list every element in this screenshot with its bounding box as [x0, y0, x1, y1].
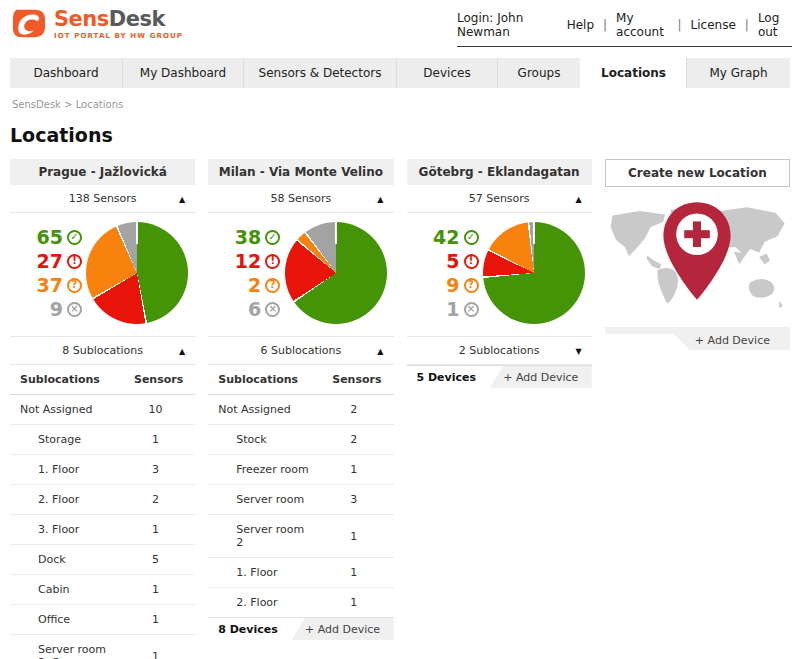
- sublocations-toggle[interactable]: 6 Sublocations▲: [208, 336, 393, 365]
- sublocation-name: Stock: [208, 425, 322, 455]
- tab-groups[interactable]: Groups: [497, 58, 580, 88]
- header-link-log-out[interactable]: Log out: [758, 11, 792, 39]
- status-stat-invalid: 6×: [214, 300, 280, 319]
- sublocation-row[interactable]: Office1: [10, 605, 195, 635]
- location-card-g-tebrg-eklandagatan: Götebrg - Eklandagatan57 Sensors▲42✓5!9?…: [407, 159, 592, 388]
- sublocation-row[interactable]: Storage1: [10, 425, 195, 455]
- create-card-footer: + Add Device: [605, 327, 790, 350]
- sublocation-row[interactable]: Freezer room1: [208, 455, 393, 485]
- tab-dashboard[interactable]: Dashboard: [10, 58, 122, 88]
- sublocation-row[interactable]: 2. Floor2: [10, 485, 195, 515]
- create-new-location-button[interactable]: Create new Location: [605, 159, 790, 187]
- sensors-toggle[interactable]: 57 Sensors▲: [407, 185, 592, 213]
- status-stat-alarm: 27!: [16, 252, 82, 271]
- sublocations-table: SublocationsSensorsNot Assigned2Stock2Fr…: [208, 365, 393, 617]
- devices-footer: 8 Devices+ Add Device: [208, 617, 393, 640]
- status-count: 27: [37, 252, 63, 271]
- status-stat-alarm: 5!: [413, 252, 479, 271]
- sublocation-row[interactable]: 1. Floor1: [208, 558, 393, 588]
- sensor-status-chart: 42✓5!9?1×: [407, 213, 592, 336]
- status-count: 65: [37, 228, 63, 247]
- sublocation-row[interactable]: Not Assigned10: [10, 395, 195, 425]
- sublocation-row[interactable]: Server room3: [208, 485, 393, 515]
- sublocation-row[interactable]: Stock2: [208, 425, 393, 455]
- sublocation-sensor-count: 1: [322, 558, 393, 588]
- tab-locations[interactable]: Locations: [580, 58, 686, 88]
- check-circle-icon: ✓: [67, 230, 82, 245]
- status-count: 9: [50, 300, 63, 319]
- tab-devices[interactable]: Devices: [396, 58, 497, 88]
- sublocations-count-label: 6 Sublocations: [260, 344, 341, 357]
- sublocations-table: SublocationsSensorsNot Assigned10Storage…: [10, 365, 195, 659]
- tab-sensors-detectors[interactable]: Sensors & Detectors: [243, 58, 396, 88]
- location-title[interactable]: Prague - Jažlovická: [10, 159, 195, 185]
- sublocation-sensor-count: 1: [322, 588, 393, 618]
- status-count: 38: [235, 228, 261, 247]
- sensors-toggle[interactable]: 138 Sensors▲: [10, 185, 195, 213]
- sensdesk-logo[interactable]: SensDesk IOT PORTAL BY HW GROUP: [10, 7, 183, 41]
- status-stat-invalid: 9×: [16, 300, 82, 319]
- location-title[interactable]: Götebrg - Eklandagatan: [407, 159, 592, 185]
- breadcrumb-current: Locations: [76, 99, 124, 110]
- header-links: Help|My account|License|Log out: [567, 11, 792, 39]
- collapse-icon[interactable]: ▲: [576, 194, 582, 203]
- link-separator: |: [678, 18, 682, 32]
- question-circle-icon: ?: [67, 278, 82, 293]
- devices-count-label: 8 Devices: [218, 618, 278, 640]
- status-stats: 65✓27!37?9×: [16, 228, 82, 319]
- sublocation-row[interactable]: Cabin1: [10, 575, 195, 605]
- sensdesk-logo-icon: [10, 7, 48, 41]
- collapse-icon[interactable]: ▲: [179, 194, 185, 203]
- sublocations-toggle[interactable]: 2 Sublocations▼: [407, 336, 592, 365]
- add-device-button[interactable]: + Add Device: [292, 618, 394, 640]
- brand-name: SensDesk: [54, 9, 183, 30]
- expand-icon[interactable]: ▼: [576, 346, 582, 355]
- collapse-icon[interactable]: ▲: [377, 346, 383, 355]
- add-device-button[interactable]: + Add Device: [490, 366, 592, 388]
- sublocation-name: 3. Floor: [10, 515, 124, 545]
- status-count: 9: [446, 276, 459, 295]
- header-link-my-account[interactable]: My account: [616, 11, 668, 39]
- header-link-license[interactable]: License: [691, 18, 736, 32]
- sublocation-name: 2. Floor: [10, 485, 124, 515]
- header-right: Login: John Newman Help|My account|Licen…: [457, 11, 792, 47]
- app-header: SensDesk IOT PORTAL BY HW GROUP Login: J…: [0, 0, 800, 47]
- status-count: 37: [37, 276, 63, 295]
- sublocation-row[interactable]: 1. Floor3: [10, 455, 195, 485]
- sublocation-sensor-count: 1: [124, 635, 195, 659]
- sublocation-name: 2. Floor: [208, 588, 322, 618]
- exclamation-circle-icon: !: [67, 254, 82, 269]
- collapse-icon[interactable]: ▲: [179, 346, 185, 355]
- world-map[interactable]: [605, 187, 790, 323]
- sublocation-name: Dock: [10, 545, 124, 575]
- add-device-button[interactable]: + Add Device: [695, 334, 770, 347]
- sensors-count-label: 58 Sensors: [270, 192, 331, 205]
- sublocation-sensor-count: 2: [322, 395, 393, 425]
- header-link-help[interactable]: Help: [567, 18, 594, 32]
- sublocation-sensor-count: 1: [124, 575, 195, 605]
- sublocation-name: Server room: [208, 485, 322, 515]
- sublocation-row[interactable]: Server room 21: [208, 515, 393, 558]
- status-count: 2: [248, 276, 261, 295]
- page-title: Locations: [0, 124, 800, 146]
- status-stat-warning: 2?: [214, 276, 280, 295]
- collapse-icon[interactable]: ▲: [377, 194, 383, 203]
- exclamation-circle-icon: !: [265, 254, 280, 269]
- breadcrumb-root-link[interactable]: SensDesk: [12, 99, 61, 110]
- sensors-toggle[interactable]: 58 Sensors▲: [208, 185, 393, 213]
- sublocation-row[interactable]: 2. Floor1: [208, 588, 393, 618]
- sublocation-sensor-count: 2: [322, 425, 393, 455]
- sublocations-toggle[interactable]: 8 Sublocations▲: [10, 336, 195, 365]
- devices-count-label: 5 Devices: [417, 366, 477, 388]
- sublocation-row[interactable]: Not Assigned2: [208, 395, 393, 425]
- tab-my-dashboard[interactable]: My Dashboard: [122, 58, 243, 88]
- add-location-pin-icon: [657, 199, 737, 303]
- devices-footer: 5 Devices+ Add Device: [407, 365, 592, 388]
- location-title[interactable]: Milan - Via Monte Velino: [208, 159, 393, 185]
- tab-my-graph[interactable]: My Graph: [686, 58, 790, 88]
- sublocation-row[interactable]: 3. Floor1: [10, 515, 195, 545]
- sublocation-name: Not Assigned: [208, 395, 322, 425]
- sublocation-row[interactable]: Dock5: [10, 545, 195, 575]
- sublocation-sensor-count: 1: [322, 515, 393, 558]
- sublocation-row[interactable]: Server room 2. floor1: [10, 635, 195, 659]
